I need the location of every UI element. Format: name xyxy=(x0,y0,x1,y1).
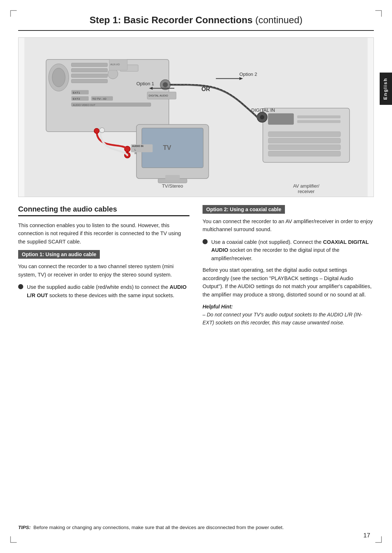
option1-bold: AUDIO L/R OUT xyxy=(27,284,187,298)
svg-rect-5 xyxy=(72,69,108,72)
tips-box: TIPS: Before making or changing any conn… xyxy=(18,524,374,531)
svg-text:TO TV - IO: TO TV - IO xyxy=(92,97,106,101)
option1-label: Option 1: Using an audio cable xyxy=(18,250,100,259)
svg-text:L: L xyxy=(135,148,136,151)
svg-text:R: R xyxy=(135,152,136,155)
svg-rect-42 xyxy=(268,138,340,143)
svg-text:AUDIO VIDEO OUT: AUDIO VIDEO OUT xyxy=(73,104,96,106)
svg-rect-43 xyxy=(268,145,340,150)
svg-text:Option 2: Option 2 xyxy=(239,71,257,77)
svg-rect-44 xyxy=(268,151,340,156)
svg-rect-4 xyxy=(72,63,108,67)
svg-point-22 xyxy=(163,82,168,87)
option2-label: Option 2: Using a coaxial cable xyxy=(203,205,285,214)
svg-text:OR: OR xyxy=(201,86,210,92)
corner-mark-br xyxy=(375,536,382,543)
two-column-section: Connecting the audio cables This connect… xyxy=(18,205,374,327)
svg-text:DIGITAL IN: DIGITAL IN xyxy=(251,107,275,113)
bullet-dot-1 xyxy=(18,284,23,289)
page-title-text: Step 1: Basic Recorder Connections xyxy=(90,15,253,25)
svg-rect-39 xyxy=(297,115,340,118)
option2-bold: COAXIAL DIGITAL AUDIO xyxy=(211,239,369,253)
svg-text:receiver: receiver xyxy=(298,189,315,194)
helpful-hint: Helpful Hint: – Do not connect your TV's… xyxy=(203,303,374,327)
main-content: Step 1: Basic Recorder Connections (cont… xyxy=(18,0,374,553)
corner-mark-tr xyxy=(375,10,382,17)
option2-body: Before you start operating, set the digi… xyxy=(203,266,374,299)
svg-rect-38 xyxy=(268,114,294,124)
svg-point-3 xyxy=(52,68,65,87)
page-title: Step 1: Basic Recorder Connections (cont… xyxy=(18,15,374,31)
svg-rect-7 xyxy=(72,79,108,83)
svg-text:AUDIO IN: AUDIO IN xyxy=(132,145,143,147)
svg-text:AUX-I/O: AUX-I/O xyxy=(110,63,120,66)
svg-text:Option 1: Option 1 xyxy=(136,81,154,86)
bullet-dot-2 xyxy=(203,239,208,244)
svg-rect-28 xyxy=(165,175,180,180)
option2-bullet-text: Use a coaxial cable (not supplied). Conn… xyxy=(211,238,374,262)
svg-rect-41 xyxy=(268,132,340,137)
page-title-continued: (continued) xyxy=(255,15,302,25)
svg-text:AV amplifier/: AV amplifier/ xyxy=(293,183,319,189)
svg-text:TV/Stereo: TV/Stereo xyxy=(162,183,183,189)
svg-point-48 xyxy=(260,115,264,119)
svg-text:EXT2: EXT2 xyxy=(73,97,80,101)
svg-text:DIGITAL AUDIO: DIGITAL AUDIO xyxy=(149,94,168,97)
diagram-area: EXT1 EXT2 TO TV - IO AUDIO VIDEO OUT AUX… xyxy=(18,37,374,197)
right-column: Option 2: Using a coaxial cable You can … xyxy=(203,205,374,327)
svg-rect-6 xyxy=(72,74,108,78)
option1-bullet-text: Use the supplied audio cable (red/white … xyxy=(27,283,189,299)
option1-body: You can connect the recorder to a two ch… xyxy=(18,262,189,279)
svg-text:TV: TV xyxy=(163,144,171,151)
svg-rect-40 xyxy=(297,120,340,123)
english-tab: English xyxy=(380,73,392,105)
intro-text: This connection enables you to listen to… xyxy=(18,221,189,246)
option2-bullet: Use a coaxial cable (not supplied). Conn… xyxy=(203,238,374,262)
corner-mark-tl xyxy=(10,10,17,17)
corner-mark-bl xyxy=(10,536,17,543)
left-column: Connecting the audio cables This connect… xyxy=(18,205,189,327)
svg-point-50 xyxy=(94,128,99,134)
svg-text:EXT1: EXT1 xyxy=(73,91,80,94)
option2-intro: You can connect the recorder to an AV am… xyxy=(203,217,374,234)
tips-label: TIPS: xyxy=(18,525,31,530)
hint-body: – Do not connect your TV's audio output … xyxy=(203,312,362,325)
section-heading-audio: Connecting the audio cables xyxy=(18,205,189,216)
hint-title: Helpful Hint: xyxy=(203,304,233,310)
option1-bullet: Use the supplied audio cable (red/white … xyxy=(18,283,189,299)
svg-point-51 xyxy=(99,128,105,133)
tips-text: Before making or changing any connection… xyxy=(33,525,284,530)
